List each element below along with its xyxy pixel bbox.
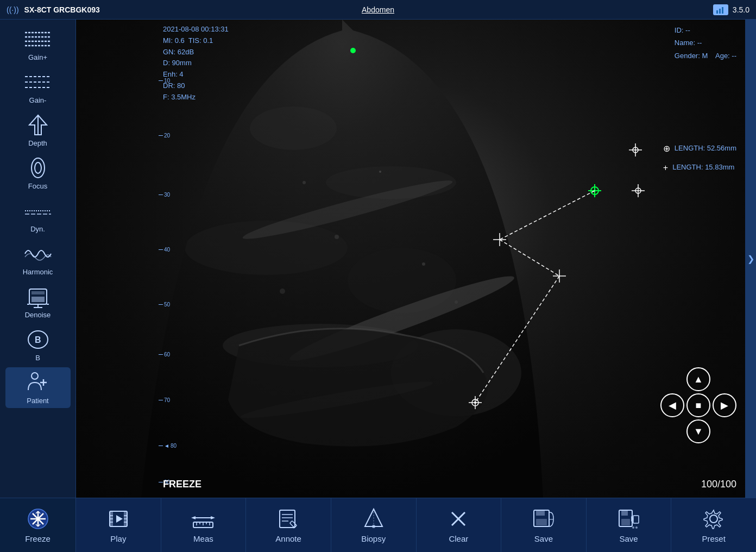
depth-80: ◄ 80 bbox=[159, 443, 177, 449]
playback-middle-row: ◀ ■ ▶ bbox=[660, 393, 736, 417]
patient-info-overlay: ID: -- Name: -- Gender: M Age: -- bbox=[675, 24, 736, 62]
patient-gender-age: Gender: M Age: -- bbox=[675, 49, 736, 62]
measurement-1: ⊕ LENGTH: 52.56mm bbox=[663, 139, 736, 158]
sidebar-item-denoise[interactable]: Denoise bbox=[5, 281, 71, 322]
toolbar-meas-button[interactable]: Meas bbox=[161, 498, 247, 552]
toolbar-freeze-button[interactable]: Freeze bbox=[0, 498, 76, 552]
depth-70: 70 bbox=[159, 397, 170, 403]
left-sidebar: Gain+ Gain- Depth bbox=[0, 20, 76, 498]
clear-label: Clear bbox=[449, 534, 468, 543]
sidebar-item-focus[interactable]: Focus bbox=[5, 153, 71, 193]
freeze-status: FREEZE bbox=[163, 479, 201, 490]
top-bar: ((·)) SX-8CT GRCBGK093 Abdomen 3.5.0 bbox=[0, 0, 756, 20]
depth-text: D: 90mm bbox=[163, 58, 229, 69]
b-mode-icon: B bbox=[22, 328, 54, 352]
playback-prev-button[interactable]: ◀ bbox=[660, 393, 684, 417]
annote-label: Annote bbox=[275, 534, 301, 543]
measurements-panel: ⊕ LENGTH: 52.56mm + LENGTH: 15.83mm bbox=[663, 139, 736, 177]
playback-next-button[interactable]: ▶ bbox=[713, 393, 736, 417]
toolbar-save1-button[interactable]: Save bbox=[501, 498, 587, 552]
sidebar-item-gain-minus[interactable]: Gain- bbox=[5, 67, 71, 108]
depth-ruler: 10 20 30 40 50 60 bbox=[159, 41, 168, 498]
save1-icon bbox=[532, 507, 556, 531]
svg-rect-5 bbox=[722, 7, 723, 14]
svg-point-41 bbox=[379, 171, 381, 173]
harmonic-label: Harmonic bbox=[23, 268, 53, 276]
toolbar-annote-button[interactable]: Annote bbox=[246, 498, 331, 552]
svg-text:B: B bbox=[35, 335, 41, 344]
meas-label: Meas bbox=[193, 534, 213, 543]
save2-icon bbox=[617, 507, 641, 531]
svg-rect-95 bbox=[280, 510, 295, 528]
sidebar-item-b-mode[interactable]: B B bbox=[5, 324, 71, 365]
gain-plus-label: Gain+ bbox=[28, 53, 47, 61]
frame-counter: 100/100 bbox=[701, 479, 736, 490]
svg-point-43 bbox=[422, 262, 425, 266]
toolbar-biopsy-button[interactable]: Biopsy bbox=[331, 498, 417, 552]
sidebar-item-patient[interactable]: Patient bbox=[5, 367, 71, 408]
svg-rect-113 bbox=[633, 516, 639, 523]
b-mode-label: B bbox=[35, 354, 40, 362]
dyn-icon bbox=[22, 199, 54, 223]
biopsy-label: Biopsy bbox=[361, 534, 386, 543]
play-icon bbox=[106, 507, 130, 531]
toolbar-clear-button[interactable]: Clear bbox=[417, 498, 502, 552]
playback-stop-button[interactable]: ■ bbox=[686, 393, 710, 417]
svg-point-15 bbox=[32, 158, 45, 178]
sidebar-item-dyn[interactable]: Dyn. bbox=[5, 196, 71, 236]
gain-plus-icon bbox=[22, 27, 54, 51]
save1-label: Save bbox=[534, 534, 553, 543]
svg-rect-107 bbox=[536, 510, 545, 516]
depth-40: 40 bbox=[159, 247, 170, 253]
depth-icon bbox=[22, 113, 54, 137]
freq-text: F: 3.5MHz bbox=[163, 92, 229, 103]
svg-point-16 bbox=[35, 162, 41, 173]
dr-text: DR: 80 bbox=[163, 80, 229, 92]
svg-rect-3 bbox=[716, 10, 718, 14]
crosshair-icon-2: + bbox=[663, 158, 668, 177]
sidebar-item-depth[interactable]: Depth bbox=[5, 110, 71, 150]
toolbar-preset-button[interactable]: Preset bbox=[671, 498, 756, 552]
play-label: Play bbox=[110, 534, 126, 543]
playback-down-button[interactable]: ▼ bbox=[686, 419, 710, 443]
depth-60: 60 bbox=[159, 352, 170, 357]
meas2-value: LENGTH: 15.83mm bbox=[672, 160, 734, 175]
svg-marker-94 bbox=[191, 516, 196, 519]
meas1-value: LENGTH: 52.56mm bbox=[675, 141, 736, 156]
bottom-toolbar: Freeze Play bbox=[0, 498, 756, 552]
gain-minus-icon bbox=[22, 70, 54, 94]
harmonic-icon bbox=[22, 242, 54, 266]
signal-icon: ((·)) bbox=[7, 5, 19, 14]
svg-point-42 bbox=[335, 235, 339, 239]
ultrasound-viewport: 10 20 30 40 50 60 bbox=[76, 20, 745, 498]
toolbar-play-button[interactable]: Play bbox=[76, 498, 161, 552]
meas-icon bbox=[191, 507, 215, 531]
measurement-2: + LENGTH: 15.83mm bbox=[663, 158, 736, 177]
patient-label: Patient bbox=[27, 397, 48, 405]
gn-text: GN: 62dB bbox=[163, 47, 229, 58]
depth-50: 50 bbox=[159, 302, 170, 308]
sidebar-item-harmonic[interactable]: Harmonic bbox=[5, 239, 71, 279]
crosshair-icon-1: ⊕ bbox=[663, 139, 670, 158]
svg-marker-85 bbox=[116, 515, 123, 523]
exam-type: Abdomen bbox=[362, 5, 394, 14]
freeze-label: Freeze bbox=[25, 534, 51, 543]
version-number: 3.5.0 bbox=[733, 5, 749, 14]
biopsy-icon bbox=[362, 507, 386, 531]
gain-minus-label: Gain- bbox=[29, 96, 47, 104]
svg-point-44 bbox=[280, 288, 285, 294]
svg-rect-4 bbox=[719, 9, 721, 14]
patient-name: Name: -- bbox=[675, 36, 736, 49]
playback-bottom-row: ▼ bbox=[686, 419, 710, 443]
freeze-icon bbox=[26, 507, 50, 531]
playback-up-button[interactable]: ▲ bbox=[686, 367, 710, 391]
denoise-label: Denoise bbox=[25, 311, 51, 319]
sidebar-item-gain-plus[interactable]: Gain+ bbox=[5, 24, 71, 65]
svg-point-40 bbox=[303, 181, 306, 184]
svg-point-45 bbox=[455, 300, 458, 304]
toolbar-save2-button[interactable]: Save bbox=[587, 498, 672, 552]
right-collapse-handle[interactable]: ❯ bbox=[745, 20, 756, 498]
svg-point-28 bbox=[32, 373, 38, 379]
playback-top-row: ▲ bbox=[686, 367, 710, 391]
svg-point-115 bbox=[635, 526, 638, 529]
